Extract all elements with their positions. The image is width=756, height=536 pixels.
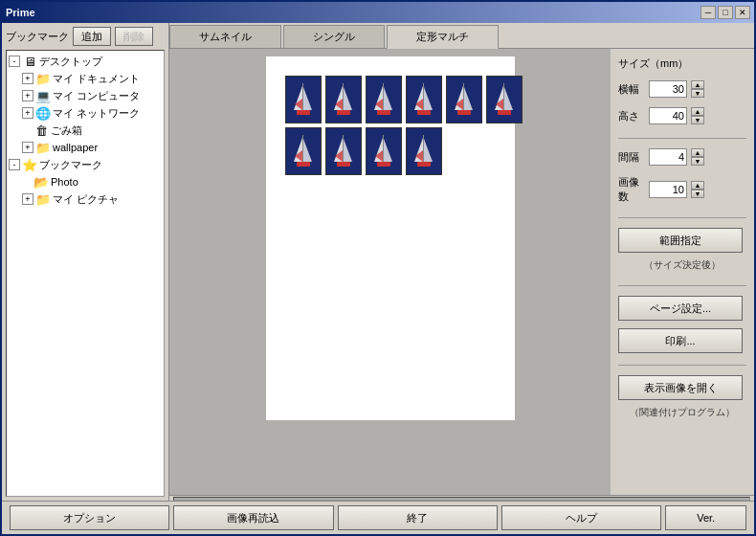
- reload-button[interactable]: 画像再読込: [173, 505, 333, 530]
- range-button[interactable]: 範囲指定: [618, 228, 743, 253]
- expand-network[interactable]: +: [22, 107, 33, 119]
- svg-rect-22: [423, 83, 424, 110]
- svg-rect-4: [302, 83, 303, 110]
- add-button[interactable]: 追加: [73, 27, 111, 46]
- divider-3: [618, 285, 746, 286]
- expand-mypictures[interactable]: +: [22, 193, 33, 205]
- thumbnail-4: [406, 76, 442, 123]
- expand-desktop[interactable]: -: [9, 56, 20, 67]
- height-down-button[interactable]: ▼: [691, 116, 704, 124]
- network-icon: 🌐: [35, 105, 51, 121]
- tab-teikei[interactable]: 定形マルチ: [387, 25, 499, 49]
- thumbnail-2: [325, 76, 362, 123]
- open-image-button[interactable]: 表示画像を開く: [618, 375, 743, 400]
- height-label: 高さ: [618, 109, 645, 123]
- svg-rect-51: [377, 162, 390, 167]
- expand-mydocs[interactable]: +: [22, 73, 33, 84]
- svg-rect-10: [343, 83, 344, 110]
- svg-rect-46: [343, 135, 344, 162]
- spacing-input[interactable]: [649, 148, 687, 166]
- expand-bookmark[interactable]: -: [9, 159, 20, 170]
- tree-label-wallpaper: wallpaper: [53, 142, 98, 153]
- svg-rect-28: [463, 83, 464, 110]
- tree-view[interactable]: - 🖥 デスクトップ + 📁 マイ ドキュメント + 💻 マイ コンピュータ: [6, 50, 165, 497]
- page-setup-button[interactable]: ページ設定...: [618, 296, 743, 321]
- spacing-down-button[interactable]: ▼: [691, 157, 704, 166]
- tab-thumbnail[interactable]: サムネイル: [169, 25, 281, 48]
- thumb-row-1: [285, 76, 523, 123]
- thumbnail-7: [285, 127, 322, 175]
- photo-folder-icon: 📂: [33, 174, 49, 190]
- image-count-down-button[interactable]: ▼: [691, 190, 704, 198]
- print-button[interactable]: 印刷...: [618, 328, 743, 353]
- thumbnail-3: [366, 76, 402, 123]
- thumbnail-5: [446, 76, 482, 123]
- tree-item-trash[interactable]: 🗑 ごみ箱: [22, 122, 162, 139]
- expand-mycomputer[interactable]: +: [22, 90, 33, 101]
- tree-label-mypictures: マイ ピクチャ: [53, 192, 119, 207]
- image-count-up-button[interactable]: ▲: [691, 181, 704, 190]
- svg-rect-9: [337, 110, 350, 115]
- bookmark-header: ブックマーク 追加 削除: [6, 27, 165, 46]
- tree-item-bookmark[interactable]: - ⭐ ブックマーク: [9, 156, 162, 173]
- tree-item-wallpaper[interactable]: + 📁 wallpaper: [22, 139, 162, 156]
- spacing-up-button[interactable]: ▲: [691, 148, 704, 157]
- tree-label-photo: Photo: [51, 176, 78, 188]
- folder-icon-mypictures: 📁: [35, 191, 51, 207]
- height-input[interactable]: [649, 107, 687, 124]
- help-button[interactable]: ヘルプ: [501, 505, 661, 530]
- delete-button[interactable]: 削除: [115, 27, 153, 46]
- thumbnail-8: [325, 127, 362, 175]
- expand-wallpaper[interactable]: +: [22, 142, 33, 153]
- svg-rect-16: [383, 83, 384, 110]
- thumbnail-9: [366, 127, 402, 175]
- content-area: サイズ（mm） 横幅 ▲ ▼ 高さ: [169, 49, 754, 495]
- size-section-label: サイズ（mm）: [618, 56, 746, 71]
- tabs-bar: サムネイル シングル 定形マルチ: [169, 23, 754, 49]
- star-icon: ⭐: [22, 157, 37, 172]
- tree-item-mypictures[interactable]: + 📁 マイ ピクチャ: [22, 190, 162, 208]
- right-panel: サムネイル シングル 定形マルチ: [169, 23, 754, 501]
- window-title: Prime: [6, 7, 35, 18]
- title-bar: Prime ─ □ ✕: [2, 2, 754, 23]
- close-button[interactable]: ✕: [735, 6, 750, 19]
- tree-label-desktop: デスクトップ: [39, 55, 102, 69]
- spacing-label: 間隔: [618, 150, 645, 165]
- width-spin-buttons: ▲ ▼: [691, 80, 704, 98]
- left-panel: ブックマーク 追加 削除 - 🖥 デスクトップ + 📁 マイ ドキュメント: [2, 23, 169, 501]
- spacing-spin-buttons: ▲ ▼: [691, 148, 704, 166]
- thumb-row-2: [285, 127, 523, 175]
- image-count-input[interactable]: [649, 181, 687, 198]
- tree-label-network: マイ ネットワーク: [53, 106, 140, 121]
- thumbnail-grid: [285, 76, 523, 175]
- tree-item-desktop[interactable]: - 🖥 デスクトップ: [9, 53, 162, 70]
- ver-button[interactable]: Ver.: [665, 505, 746, 530]
- exit-button[interactable]: 終了: [338, 505, 498, 530]
- tree-item-photo[interactable]: 📂 Photo: [22, 173, 162, 190]
- svg-rect-40: [302, 135, 303, 162]
- thumbnail-10: [406, 127, 442, 175]
- options-button[interactable]: オプション: [10, 505, 169, 530]
- width-up-button[interactable]: ▲: [691, 80, 704, 89]
- image-count-spin-buttons: ▲ ▼: [691, 181, 704, 198]
- divider-2: [618, 217, 746, 218]
- svg-rect-52: [383, 135, 384, 162]
- svg-rect-27: [457, 110, 471, 115]
- svg-rect-3: [297, 110, 310, 115]
- height-up-button[interactable]: ▲: [691, 107, 704, 116]
- tree-item-network[interactable]: + 🌐 マイ ネットワーク: [22, 104, 162, 122]
- maximize-button[interactable]: □: [718, 6, 733, 19]
- svg-rect-33: [498, 110, 511, 115]
- folder-icon-mydocs: 📁: [35, 71, 51, 86]
- svg-rect-39: [297, 162, 310, 167]
- svg-rect-57: [417, 162, 431, 167]
- minimize-button[interactable]: ─: [700, 6, 716, 19]
- tab-single[interactable]: シングル: [283, 25, 385, 48]
- preview-area: [169, 49, 611, 495]
- height-spin-buttons: ▲ ▼: [691, 107, 704, 124]
- tree-item-mydocs[interactable]: + 📁 マイ ドキュメント: [22, 70, 162, 87]
- tree-item-mycomputer[interactable]: + 💻 マイ コンピュータ: [22, 87, 162, 104]
- folder-icon-wallpaper: 📁: [35, 140, 51, 155]
- width-input[interactable]: [649, 80, 687, 98]
- width-down-button[interactable]: ▼: [691, 89, 704, 98]
